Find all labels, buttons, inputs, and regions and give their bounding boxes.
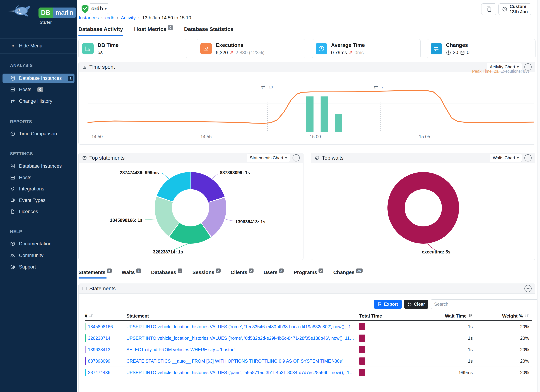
clock-icon (10, 131, 15, 136)
sidebar-item-database-instances-settings[interactable]: Database Instances (0, 161, 77, 171)
change-marker-icon: ⇄ (261, 84, 265, 90)
sidebar-item-hosts-settings[interactable]: Hosts (0, 173, 77, 182)
kpi-card-executions: Executions 6,320 ↗ 2,830 (123%) (197, 39, 305, 58)
panel-title: Top statements (89, 155, 125, 161)
statement-link[interactable]: UPSERT INTO vehicle_location_histories V… (126, 370, 355, 375)
tab-badge: 5 (107, 268, 112, 273)
tab-badge: 20 (356, 268, 363, 273)
breadcrumb-activity[interactable]: Activity (121, 15, 135, 20)
swap-arrows-icon (431, 43, 442, 55)
sidebar-item-integrations[interactable]: Integrations (0, 184, 77, 194)
statement-link[interactable]: CREATE STATISTICS __auto__ FROM [63] WIT… (126, 358, 355, 363)
statement-link[interactable]: SELECT city, id FROM vehicles WHERE city… (126, 347, 355, 352)
hide-menu-button[interactable]: « Hide Menu (0, 41, 77, 50)
column-header-statement[interactable]: Statement (126, 313, 149, 319)
info-icon (446, 50, 451, 55)
sidebar-item-hosts[interactable]: Hosts 0 (0, 85, 77, 94)
breadcrumb-instances[interactable]: Instances (79, 15, 99, 20)
pie-chart-icon (82, 156, 87, 160)
total-time-bar (359, 335, 365, 342)
column-header-weight[interactable]: Weight % (502, 313, 529, 319)
panel-title: Top waits (322, 155, 344, 161)
weight-value: 20% (520, 370, 529, 375)
panel-title: Time spent (89, 64, 115, 70)
tab-clients[interactable]: Clients2 (231, 270, 254, 278)
column-header-total-time[interactable]: Total Time (359, 313, 382, 319)
tab-host-metrics[interactable]: Host Metrics0 (134, 26, 173, 36)
column-header-wait-time[interactable]: Wait Time (445, 313, 473, 319)
tab-changes[interactable]: Changes20 (333, 270, 363, 278)
tab-badge: 0 (168, 25, 173, 30)
statement-link[interactable]: UPSERT INTO vehicle_location_histories V… (126, 324, 355, 329)
search-input[interactable] (431, 299, 540, 309)
breadcrumb-crdb[interactable]: crdb (105, 15, 115, 20)
instance-selector-button[interactable]: crdb▾ (89, 3, 109, 14)
top-waits-header: Top waits Waits Chart▾ (311, 153, 535, 163)
tab-database-statistics[interactable]: Database Statistics (184, 26, 233, 36)
sidebar-item-database-instances[interactable]: Database Instances 1 (3, 74, 75, 83)
undo-icon (407, 302, 412, 307)
total-time-cell (359, 323, 365, 330)
tab-badge: 2 (216, 268, 220, 273)
tab-waits[interactable]: Waits1 (122, 270, 141, 278)
changes-calendar-count: 0 (467, 50, 470, 55)
top-statements-panel: Top statements Statements Chart▾ 8878980… (78, 153, 304, 260)
column-header-id[interactable]: # (85, 313, 93, 319)
statement-color-bar (85, 357, 86, 365)
clear-button[interactable]: Clear (404, 300, 428, 309)
tab-programs[interactable]: Programs2 (294, 270, 323, 278)
sidebar-item-documentation[interactable]: Documentation (0, 239, 77, 248)
sidebar-item-time-comparison[interactable]: Time Comparison (0, 129, 77, 138)
kpi-card-db-time: DB Time 5s (78, 39, 187, 58)
chevron-down-icon: ▾ (285, 156, 287, 160)
statements-table: # Statement Total Time Wait Time Weight … (85, 312, 532, 378)
tab-database-activity[interactable]: Database Activity (78, 26, 123, 36)
statement-id-link[interactable]: 1845898166 (88, 324, 113, 329)
kpi-value: 5s (98, 50, 103, 55)
tab-users[interactable]: Users2 (264, 270, 284, 278)
weight-value: 20% (520, 324, 529, 329)
collapse-panel-button[interactable] (525, 285, 532, 292)
executions-bar (335, 114, 342, 132)
chart-icon (82, 65, 87, 69)
sidebar-item-change-history[interactable]: ⇄ Change History (0, 96, 77, 106)
sidebar-section-reports: REPORTS (10, 119, 32, 124)
tab-sessions[interactable]: Sessions2 (192, 270, 220, 278)
sidebar-item-event-types[interactable]: Event Types (0, 196, 77, 205)
sidebar-item-community[interactable]: Community (0, 251, 77, 260)
tab-databases[interactable]: Databases1 (151, 270, 182, 278)
statement-color-bar (85, 334, 86, 342)
export-button[interactable]: Export (374, 300, 402, 309)
collapse-panel-button[interactable] (293, 154, 300, 161)
collapse-panel-button[interactable] (525, 154, 532, 161)
page-scrollbar[interactable] (537, 0, 540, 392)
statement-id-link[interactable]: 887898099 (88, 358, 110, 363)
kpi-value: 0.79ms (331, 50, 347, 55)
donut-leader-lines (311, 163, 535, 260)
marlin-fish-logo-icon (4, 3, 31, 19)
table-row: 287474436UPSERT INTO vehicle_location_hi… (85, 367, 532, 378)
main-tabs: Database Activity Host Metrics0 Database… (78, 26, 233, 36)
panel-title: Statements (89, 286, 116, 292)
top-waits-panel: Top waits Waits Chart▾ executing: 5s (311, 153, 535, 260)
statement-id-link[interactable]: 326238714 (88, 335, 110, 341)
statement-link[interactable]: UPSERT INTO vehicle_location_histories V… (126, 335, 355, 341)
tab-statements[interactable]: Statements5 (78, 270, 112, 278)
logo-db-box: DB (39, 8, 53, 18)
total-time-cell (359, 357, 365, 365)
time-spent-chart[interactable]: ⇄13⇄714:5014:5515:0015:05 (79, 72, 535, 144)
table-row: 887898099CREATE STATISTICS __auto__ FROM… (85, 355, 532, 367)
divider (0, 53, 77, 54)
time-range-button[interactable]: Custom 13th Jan (499, 3, 531, 15)
statements-chart-select[interactable]: Statements Chart▾ (247, 154, 290, 162)
statement-id-link[interactable]: 287474436 (88, 370, 110, 375)
sidebar-item-licences[interactable]: Licences (0, 207, 77, 216)
divider (78, 37, 540, 37)
sidebar-item-support[interactable]: Support (0, 262, 77, 272)
total-time-bar (359, 369, 365, 376)
statement-id-link[interactable]: 139638413 (88, 347, 110, 352)
waits-chart-select[interactable]: Waits Chart▾ (490, 154, 522, 162)
copy-link-button[interactable] (481, 3, 496, 15)
sidebar: DB marlin Starter « Hide Menu ANALYSIS D… (0, 0, 77, 392)
kpi-card-average-time: Average Time 0.79ms ↗ 0ms (312, 39, 420, 58)
